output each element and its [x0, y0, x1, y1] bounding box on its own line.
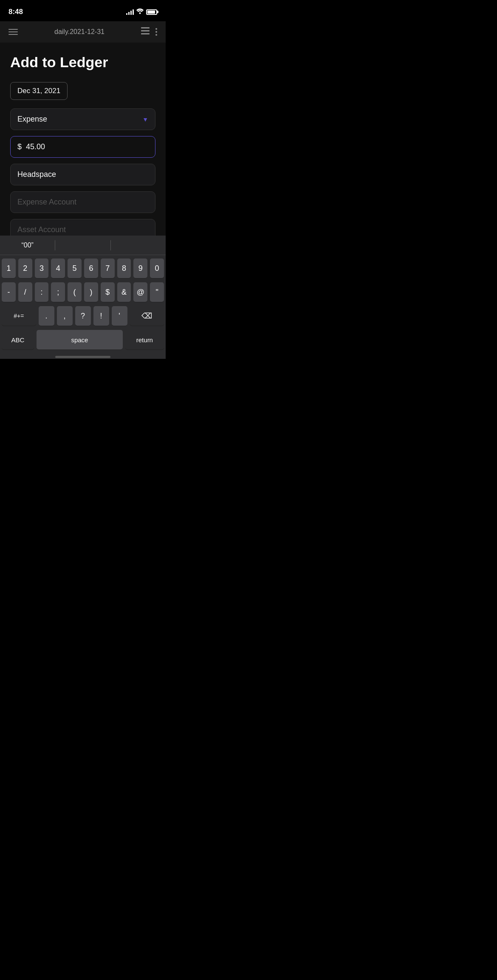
svg-rect-3 — [141, 33, 150, 34]
key-period[interactable]: . — [39, 306, 54, 326]
svg-rect-1 — [141, 27, 150, 28]
type-select[interactable]: Expense ▼ — [10, 108, 155, 130]
abc-key[interactable]: ABC — [2, 330, 34, 349]
type-label: Expense — [17, 115, 47, 124]
key-0[interactable]: 0 — [150, 258, 164, 278]
signal-icon — [126, 9, 134, 15]
return-key[interactable]: return — [125, 330, 164, 349]
expense-account-input[interactable]: Expense Account — [10, 191, 155, 213]
key-8[interactable]: 8 — [117, 258, 131, 278]
page-title: Add to Ledger — [10, 54, 155, 70]
description-input[interactable]: Headspace — [10, 164, 155, 185]
amount-value[interactable]: 45.00 — [26, 142, 45, 151]
keyboard-rows: 1 2 3 4 5 6 7 8 9 0 - / : ; ( ) $ & @ " … — [0, 255, 166, 355]
status-bar: 8:48 — [0, 0, 166, 21]
bottom-row: ABC space return — [2, 330, 164, 349]
number-row: 1 2 3 4 5 6 7 8 9 0 — [2, 258, 164, 278]
key-close-paren[interactable]: ) — [84, 282, 98, 302]
currency-symbol: $ — [17, 142, 22, 151]
key-1[interactable]: 1 — [2, 258, 16, 278]
main-content: Add to Ledger Dec 31, 2021 Expense ▼ $ 4… — [0, 43, 166, 255]
space-key[interactable]: space — [37, 330, 123, 349]
key-hashtag-mode[interactable]: #+= — [2, 306, 36, 326]
keyboard-suggestions: “00” — [0, 236, 166, 255]
key-comma[interactable]: , — [57, 306, 73, 326]
more-symbol-row: #+= . , ? ! ' ⌫ — [2, 306, 164, 326]
key-2[interactable]: 2 — [18, 258, 32, 278]
backspace-button[interactable]: ⌫ — [130, 306, 164, 326]
menu-icon[interactable] — [8, 29, 18, 35]
suggestion-1[interactable]: “00” — [0, 239, 55, 252]
home-bar — [55, 356, 110, 358]
key-ampersand[interactable]: & — [117, 282, 131, 302]
nav-title: daily.2021-12-31 — [54, 28, 104, 36]
list-icon[interactable] — [141, 27, 150, 37]
key-3[interactable]: 3 — [35, 258, 49, 278]
key-9[interactable]: 9 — [133, 258, 147, 278]
svg-point-0 — [139, 12, 141, 14]
battery-icon — [146, 9, 157, 15]
key-quote[interactable]: " — [150, 282, 164, 302]
suggestion-3 — [111, 243, 166, 248]
key-4[interactable]: 4 — [51, 258, 65, 278]
key-5[interactable]: 5 — [68, 258, 82, 278]
key-colon[interactable]: : — [35, 282, 49, 302]
key-at[interactable]: @ — [133, 282, 147, 302]
keyboard: “00” 1 2 3 4 5 6 7 8 9 0 - / : ; ( ) $ — [0, 236, 166, 359]
svg-rect-2 — [141, 30, 150, 31]
key-open-paren[interactable]: ( — [68, 282, 82, 302]
backspace-icon: ⌫ — [141, 311, 152, 321]
amount-input[interactable]: $ 45.00 — [10, 136, 155, 158]
dropdown-arrow-icon: ▼ — [142, 116, 148, 123]
key-7[interactable]: 7 — [101, 258, 115, 278]
home-indicator — [0, 355, 166, 359]
more-icon[interactable] — [155, 28, 157, 36]
status-icons — [126, 9, 157, 15]
wifi-icon — [136, 9, 144, 15]
key-apostrophe[interactable]: ' — [112, 306, 127, 326]
key-minus[interactable]: - — [2, 282, 16, 302]
key-slash[interactable]: / — [18, 282, 32, 302]
suggestion-2 — [55, 243, 110, 248]
date-button[interactable]: Dec 31, 2021 — [10, 82, 68, 100]
key-dollar[interactable]: $ — [101, 282, 115, 302]
key-exclamation[interactable]: ! — [93, 306, 109, 326]
nav-bar: daily.2021-12-31 — [0, 21, 166, 43]
status-time: 8:48 — [8, 8, 23, 16]
key-6[interactable]: 6 — [84, 258, 98, 278]
nav-right-icons — [141, 27, 157, 37]
key-question[interactable]: ? — [75, 306, 91, 326]
key-semicolon[interactable]: ; — [51, 282, 65, 302]
symbol-row: - / : ; ( ) $ & @ " — [2, 282, 164, 302]
